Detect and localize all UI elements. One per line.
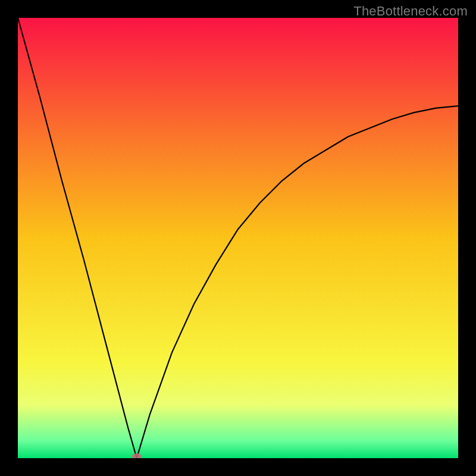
chart-frame: TheBottleneck.com xyxy=(0,0,476,476)
chart-svg xyxy=(18,18,458,458)
watermark-text: TheBottleneck.com xyxy=(353,4,468,19)
plot-area xyxy=(18,18,458,458)
gradient-background xyxy=(18,18,458,458)
